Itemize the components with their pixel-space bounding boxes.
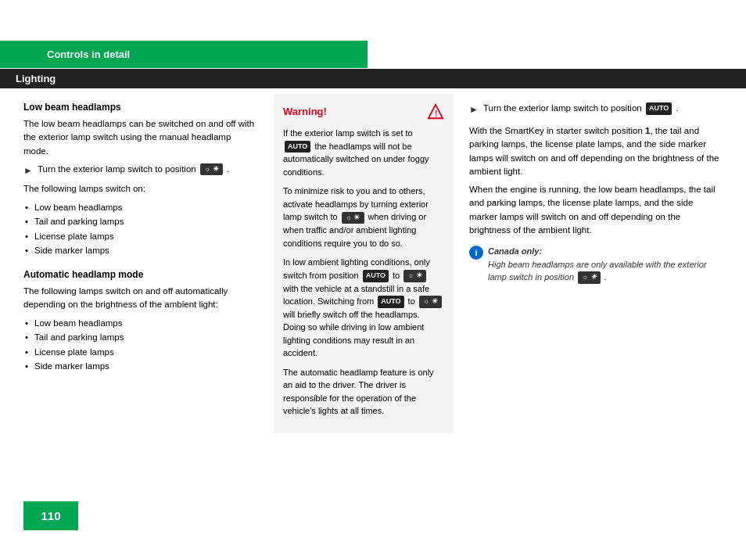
low-beam-heading: Low beam headlamps — [23, 102, 258, 113]
position-icon-mid2: ☼ ☀ — [403, 270, 426, 282]
right-arrow-bullet: ► Turn the exterior lamp switch to posit… — [469, 102, 723, 117]
auto-badge: AUTO — [285, 141, 310, 153]
page-number: 110 — [23, 501, 78, 530]
low-beam-arrow-bullet: ► Turn the exterior lamp switch to posit… — [23, 163, 258, 178]
position-icon-right: ☼ ☀ — [578, 271, 601, 284]
auto-headlamp-list: Low beam headlamps Tail and parking lamp… — [23, 316, 258, 374]
following-lamps-label: The following lamps switch on: — [23, 182, 258, 196]
warning-box: Warning! ! If the exterior lamp switch i… — [274, 94, 454, 433]
arrow-icon-right: ► — [469, 102, 479, 117]
low-beam-list: Low beam headlamps Tail and parking lamp… — [23, 200, 258, 258]
canada-only-label: Canada only: — [488, 246, 542, 256]
list-item: Low beam headlamps — [23, 200, 258, 214]
section-title-bar: Lighting — [0, 69, 746, 88]
auto-headlamp-intro: The following lamps switch on and off au… — [23, 285, 258, 312]
warning-p4: The automatic headlamp feature is only a… — [283, 366, 444, 418]
list-item: Tail and parking lamps — [23, 214, 258, 228]
section-title-label: Lighting — [16, 73, 56, 84]
warning-title: Warning! — [283, 104, 327, 120]
info-box: i Canada only: High beam headlamps are o… — [469, 245, 723, 284]
auto-headlamp-heading: Automatic headlamp mode — [23, 269, 258, 280]
right-column: ► Turn the exterior lamp switch to posit… — [469, 94, 723, 537]
info-text: Canada only: High beam headlamps are onl… — [488, 245, 723, 284]
auto-badge-2: AUTO — [363, 270, 389, 282]
list-item: License plate lamps — [23, 229, 258, 243]
low-beam-position-text: Turn the exterior lamp switch to positio… — [38, 163, 229, 176]
left-column: Low beam headlamps The low beam headlamp… — [23, 94, 258, 537]
list-item: Tail and parking lamps — [23, 330, 258, 344]
auto-badge-3: AUTO — [378, 296, 403, 308]
warning-triangle-icon: ! — [427, 103, 444, 120]
warning-header: Warning! ! — [283, 103, 444, 120]
right-para2: When the engine is running, the low beam… — [469, 183, 723, 237]
list-item: Low beam headlamps — [23, 316, 258, 330]
position-icon-mid3: ☼ ☀ — [419, 296, 442, 308]
arrow-icon: ► — [23, 163, 33, 178]
warning-p2: To minimize risk to you and to others, a… — [283, 185, 444, 249]
list-item: Side marker lamps — [23, 359, 258, 373]
right-para1: With the SmartKey in starter switch posi… — [469, 124, 723, 178]
right-turn-text: Turn the exterior lamp switch to positio… — [483, 102, 679, 115]
position-icon-low-beam: ☼ ☀ — [200, 163, 223, 176]
list-item: License plate lamps — [23, 345, 258, 359]
content-area: Low beam headlamps The low beam headlamp… — [23, 94, 723, 537]
controls-in-detail-banner: Controls in detail — [0, 41, 368, 68]
info-icon: i — [469, 246, 483, 260]
middle-column: Warning! ! If the exterior lamp switch i… — [274, 94, 454, 537]
auto-badge-right: AUTO — [646, 102, 672, 115]
warning-p3: In low ambient lighting conditions, only… — [283, 256, 444, 360]
svg-text:!: ! — [435, 109, 437, 118]
list-item: Side marker lamps — [23, 243, 258, 257]
position-icon-mid1: ☼ ☀ — [342, 212, 364, 224]
warning-p1: If the exterior lamp switch is set to AU… — [283, 127, 444, 178]
low-beam-intro: The low beam headlamps can be switched o… — [23, 117, 258, 158]
